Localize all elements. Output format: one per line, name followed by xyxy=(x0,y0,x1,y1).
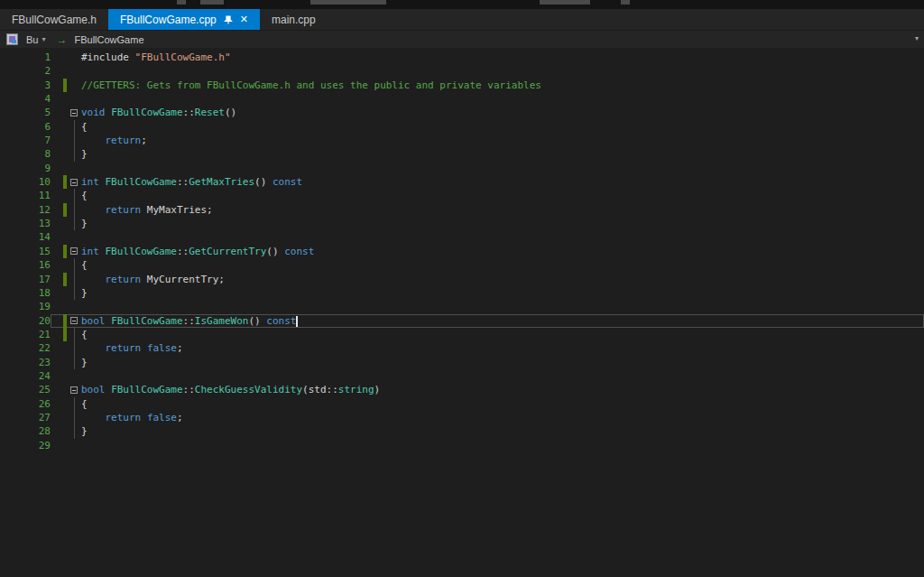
outlining-margin xyxy=(67,273,81,286)
line-number[interactable]: 25 xyxy=(0,383,51,396)
line-number[interactable]: 12 xyxy=(0,203,51,217)
line-number[interactable]: 22 xyxy=(0,341,51,355)
code-line-body: { xyxy=(51,189,924,202)
code-text[interactable]: { xyxy=(81,397,88,411)
code-text[interactable]: return; xyxy=(81,134,147,147)
line-number[interactable]: 9 xyxy=(0,162,51,175)
code-line: 23} xyxy=(0,356,924,369)
line-number[interactable]: 2 xyxy=(0,64,51,78)
pin-icon[interactable] xyxy=(224,15,233,24)
code-text[interactable]: } xyxy=(81,147,88,161)
code-line: 1#include "FBullCowGame.h" xyxy=(0,51,924,64)
close-icon[interactable]: ✕ xyxy=(240,14,248,24)
code-text[interactable]: } xyxy=(81,424,88,438)
code-text[interactable]: bool FBullCowGame::CheckGuessValidity(st… xyxy=(81,383,380,396)
line-number[interactable]: 17 xyxy=(0,273,51,286)
collapse-region-icon[interactable] xyxy=(70,109,78,116)
outlining-margin xyxy=(67,369,81,383)
line-number[interactable]: 3 xyxy=(0,79,51,92)
outlining-guide-line xyxy=(74,258,75,272)
code-text[interactable]: { xyxy=(81,120,88,134)
code-line-body: int FBullCowGame::GetCurrentTry() const xyxy=(51,245,924,258)
tab-fbullcowgame-cpp[interactable]: FBullCowGame.cpp ✕ xyxy=(108,9,260,30)
outlining-margin xyxy=(67,79,81,92)
code-text[interactable]: } xyxy=(81,356,88,369)
project-dropdown[interactable]: Bu ▾ xyxy=(23,31,49,48)
line-number[interactable]: 8 xyxy=(0,147,51,161)
code-text[interactable]: void FBullCowGame::Reset() xyxy=(81,106,236,119)
outlining-guide-line xyxy=(74,424,75,438)
code-text[interactable]: { xyxy=(81,258,88,272)
line-number[interactable]: 16 xyxy=(0,258,51,272)
line-number[interactable]: 29 xyxy=(0,439,51,452)
outlining-margin xyxy=(67,51,81,64)
toolbar-fragment xyxy=(310,0,386,5)
outlining-guide-line xyxy=(74,411,75,424)
outlining-guide-line xyxy=(74,147,75,161)
code-text[interactable]: return false; xyxy=(81,341,183,355)
code-text[interactable]: } xyxy=(81,286,88,300)
code-text[interactable]: return MyCurrentTry; xyxy=(81,273,225,286)
scope-dropdown[interactable]: FBullCowGame xyxy=(70,31,147,48)
code-text[interactable]: { xyxy=(81,328,88,341)
line-number[interactable]: 28 xyxy=(0,424,51,438)
line-number[interactable]: 27 xyxy=(0,411,51,424)
outlining-guide-line xyxy=(74,328,75,341)
outlining-margin xyxy=(67,106,81,119)
outlining-guide-line xyxy=(74,217,75,230)
outlining-margin xyxy=(67,411,81,424)
chevron-down-icon: ▾ xyxy=(42,35,45,43)
toolbar-fragment xyxy=(621,0,630,5)
collapse-region-icon[interactable] xyxy=(70,317,78,324)
code-text[interactable]: bool FBullCowGame::IsGameWon() const xyxy=(81,314,298,328)
code-line: 12 return MyMaxTries; xyxy=(0,203,924,217)
code-text[interactable]: return false; xyxy=(81,411,183,424)
line-number[interactable]: 11 xyxy=(0,189,51,202)
code-line: 27 return false; xyxy=(0,411,924,424)
code-line-body: } xyxy=(51,424,924,438)
tab-fbullcowgame-h[interactable]: FBullCowGame.h xyxy=(0,9,108,30)
line-number[interactable]: 24 xyxy=(0,369,51,383)
line-number[interactable]: 15 xyxy=(0,245,51,258)
outlining-margin xyxy=(67,230,81,244)
outlining-margin xyxy=(67,134,81,147)
code-text[interactable]: } xyxy=(81,217,88,230)
code-editor[interactable]: 1#include "FBullCowGame.h"23//GETTERS: G… xyxy=(0,48,924,576)
toolbar-edge xyxy=(0,0,924,9)
code-line: 6{ xyxy=(0,120,924,134)
line-number[interactable]: 18 xyxy=(0,286,51,300)
line-number[interactable]: 13 xyxy=(0,217,51,230)
line-number[interactable]: 14 xyxy=(0,230,51,244)
tab-main-cpp[interactable]: main.cpp xyxy=(260,9,328,30)
code-text[interactable]: #include "FBullCowGame.h" xyxy=(81,51,231,64)
code-text[interactable]: return MyMaxTries; xyxy=(81,203,213,217)
line-number[interactable]: 5 xyxy=(0,106,51,119)
navbar-right-chevron-icon[interactable]: ▾ xyxy=(915,34,919,42)
line-number[interactable]: 21 xyxy=(0,328,51,341)
line-number[interactable]: 1 xyxy=(0,51,51,64)
line-number[interactable]: 7 xyxy=(0,134,51,147)
project-dropdown-label: Bu xyxy=(26,34,38,45)
code-text[interactable]: //GETTERS: Gets from FBullCowGame.h and … xyxy=(81,79,541,92)
code-line-body: } xyxy=(51,147,924,161)
collapse-region-icon[interactable] xyxy=(70,179,78,186)
outlining-margin xyxy=(67,92,81,106)
line-number[interactable]: 4 xyxy=(0,92,51,106)
collapse-region-icon[interactable] xyxy=(70,386,78,394)
line-number[interactable]: 26 xyxy=(0,397,51,411)
line-number[interactable]: 23 xyxy=(0,356,51,369)
outlining-margin xyxy=(67,383,81,396)
code-text[interactable]: int FBullCowGame::GetCurrentTry() const xyxy=(81,245,314,258)
collapse-region-icon[interactable] xyxy=(70,247,78,255)
code-line: 21{ xyxy=(0,328,924,341)
line-number[interactable]: 19 xyxy=(0,300,51,313)
line-number[interactable]: 6 xyxy=(0,120,51,134)
outlining-margin xyxy=(67,286,81,300)
code-text[interactable]: int FBullCowGame::GetMaxTries() const xyxy=(81,175,302,189)
code-line-body: return false; xyxy=(51,341,924,355)
line-number[interactable]: 10 xyxy=(0,175,51,189)
code-line-body: } xyxy=(51,356,924,369)
line-number[interactable]: 20 xyxy=(0,314,51,328)
code-line-body: bool FBullCowGame::CheckGuessValidity(st… xyxy=(51,383,924,396)
code-text[interactable]: { xyxy=(81,189,88,202)
